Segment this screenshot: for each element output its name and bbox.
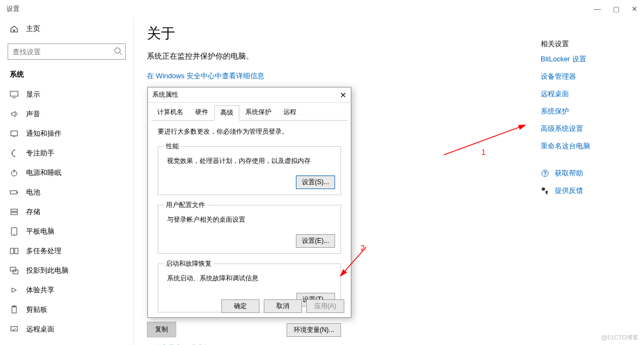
svg-rect-9 [11,209,17,211]
home-nav[interactable]: 主页 [0,20,133,38]
share-icon [10,286,18,294]
startup-desc: 系统启动、系统故障和调试信息 [167,274,335,283]
related-settings: 相关设置 BitLocker 设置 设备管理器 远程桌面 系统保护 高级系统设置… [541,39,628,203]
dialog-tabs: 计算机名 硬件 高级 系统保护 远程 [151,105,348,121]
maximize-button[interactable]: ▢ [613,5,620,13]
tab-hardware[interactable]: 硬件 [189,105,214,120]
profile-settings-button[interactable]: 设置(E)... [296,234,335,248]
dialog-title: 系统属性 [152,90,178,99]
svg-rect-13 [10,248,14,254]
nav-label: 声音 [26,109,40,119]
rel-remote-desktop[interactable]: 远程桌面 [541,89,628,99]
monitor-icon [10,90,18,99]
svg-rect-7 [10,191,17,194]
profile-legend: 用户配置文件 [164,200,207,210]
svg-point-12 [14,234,15,235]
ok-button[interactable]: 确定 [221,299,259,313]
project-icon [10,266,18,275]
search-input[interactable] [8,43,126,60]
nav-power[interactable]: 电源和睡眠 [0,163,133,183]
tab-system-protection[interactable]: 系统保护 [239,105,277,120]
svg-line-1 [120,53,122,55]
nav-battery[interactable]: 电池 [0,183,133,202]
feedback-link[interactable]: 提供反馈 [541,186,628,196]
watermark: @51CTO博客 [602,334,639,342]
tab-advanced[interactable]: 高级 [214,105,239,121]
nav-notifications[interactable]: 通知和操作 [0,124,133,143]
profile-desc: 与登录帐户相关的桌面设置 [167,215,335,224]
close-button[interactable]: ✕ [631,5,637,13]
rel-bitlocker[interactable]: BitLocker 设置 [541,54,628,64]
group-title: 系统 [0,66,133,85]
svg-rect-17 [12,306,16,313]
sidebar: 主页 系统 显示 声音 通知和操作 专注助手 电源和睡眠 电池 存储 平板电脑 … [0,17,134,345]
admin-note: 要进行大多数更改，你必须作为管理员登录。 [158,127,341,136]
home-icon [10,24,18,33]
performance-desc: 视觉效果，处理器计划，内存使用，以及虚拟内存 [167,156,335,166]
home-label: 主页 [26,24,40,34]
svg-point-0 [115,48,120,53]
rel-advanced-system[interactable]: 高级系统设置 [541,124,628,134]
rel-device-manager[interactable]: 设备管理器 [541,72,628,81]
apply-button[interactable]: 应用(A) [306,299,344,313]
dialog-titlebar[interactable]: 系统属性 ✕ [148,87,351,103]
nav-focus[interactable]: 专注助手 [0,143,133,163]
svg-rect-2 [10,91,18,96]
remote-icon [10,325,18,334]
cancel-button[interactable]: 取消 [264,299,302,313]
minimize-button[interactable]: — [594,5,601,13]
nav-label: 电池 [26,187,40,197]
nav-label: 体验共享 [26,285,54,295]
nav-label: 专注助手 [26,148,54,158]
multitask-icon [10,247,18,255]
nav-display[interactable]: 显示 [0,85,133,104]
svg-rect-14 [15,248,18,254]
window-titlebar: 设置 — ▢ ✕ [0,0,644,17]
rel-rename-pc[interactable]: 重命名这台电脑 [541,141,628,151]
nav-clipboard[interactable]: 剪贴板 [0,300,133,319]
nav-tablet[interactable]: 平板电脑 [0,222,133,241]
get-help-link[interactable]: ? 获取帮助 [541,168,628,178]
moon-icon [10,149,18,158]
startup-legend: 启动和故障恢复 [164,259,214,268]
rel-system-protection[interactable]: 系统保护 [541,106,628,116]
svg-rect-19 [11,327,17,331]
env-variables-button[interactable]: 环境变量(N)... [287,323,341,337]
tab-computer-name[interactable]: 计算机名 [151,105,189,120]
help-label: 获取帮助 [555,168,583,178]
help-icon: ? [541,169,549,178]
nav-label: 平板电脑 [26,227,54,236]
nav-share[interactable]: 体验共享 [0,280,133,300]
nav-remote[interactable]: 远程桌面 [0,319,133,339]
nav-label: 投影到此电脑 [26,266,69,275]
dialog-close-icon[interactable]: ✕ [340,91,346,99]
tab-remote[interactable]: 远程 [277,105,302,120]
window-title: 设置 [7,4,20,14]
clipboard-icon [10,305,18,314]
power-icon [10,168,18,177]
nav-label: 剪贴板 [26,305,47,315]
feedback-icon [541,186,549,195]
nav-label: 多任务处理 [26,246,61,256]
feedback-label: 提供反馈 [555,186,583,196]
nav-label: 电源和睡眠 [26,168,61,178]
search-icon [114,47,122,55]
profile-group: 用户配置文件 与登录帐户相关的桌面设置 设置(E)... [158,200,341,254]
system-properties-dialog: 系统属性 ✕ 计算机名 硬件 高级 系统保护 远程 要进行大多数更改，你必须作为… [147,87,351,318]
performance-legend: 性能 [164,142,181,151]
speaker-icon [10,110,18,118]
svg-point-22 [542,187,545,191]
nav-storage[interactable]: 存储 [0,202,133,222]
nav-label: 通知和操作 [26,129,61,139]
performance-group: 性能 视觉效果，处理器计划，内存使用，以及虚拟内存 设置(S)... [158,142,341,195]
nav-label: 显示 [26,90,40,99]
nav-project[interactable]: 投影到此电脑 [0,261,133,280]
performance-settings-button[interactable]: 设置(S)... [296,175,335,189]
nav-multitask[interactable]: 多任务处理 [0,241,133,261]
nav-label: 远程桌面 [26,324,54,334]
related-heading: 相关设置 [541,39,628,49]
nav-sound[interactable]: 声音 [0,104,133,124]
svg-text:?: ? [543,171,547,177]
nav-label: 存储 [26,207,40,217]
tablet-icon [10,227,18,236]
